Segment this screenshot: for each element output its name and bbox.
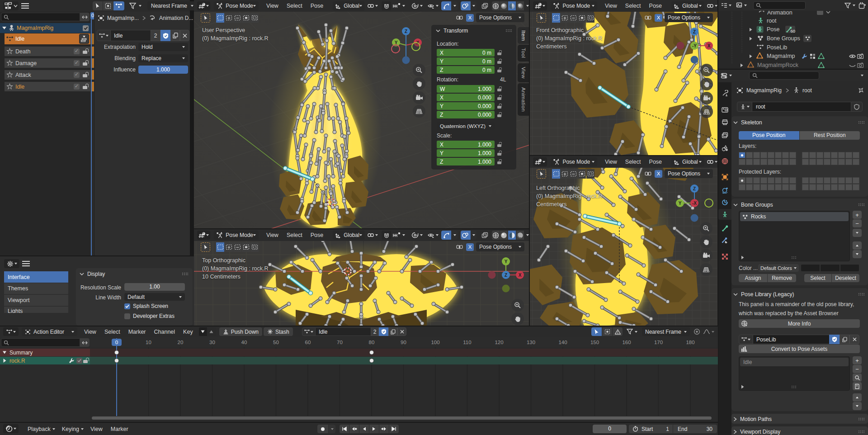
svg-text:X: X <box>708 43 711 48</box>
svg-text:Y: Y <box>395 40 398 45</box>
svg-text:Y: Y <box>679 201 682 206</box>
svg-text:X: X <box>519 273 522 278</box>
svg-text:Z: Z <box>693 186 696 191</box>
svg-text:-X: -X <box>692 201 697 206</box>
svg-text:Y: Y <box>505 259 508 264</box>
svg-text:-Y: -Y <box>692 43 697 48</box>
svg-text:Z: Z <box>405 29 407 34</box>
svg-text:Z: Z <box>693 29 696 34</box>
svg-text:Z: Z <box>505 273 507 278</box>
